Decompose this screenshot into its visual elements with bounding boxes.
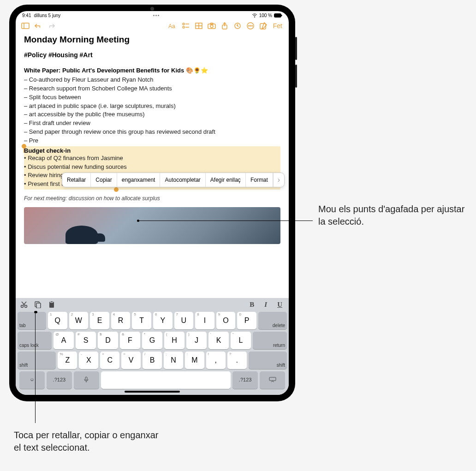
key-o[interactable]: 9O [216,312,236,329]
key-e[interactable]: 3E [90,312,109,329]
table-icon[interactable] [194,21,204,31]
key-j[interactable]: )J [186,332,207,349]
note-line[interactable]: – Split focus between [24,93,280,102]
key-x[interactable]: -X [79,352,98,369]
key-r[interactable]: 4R [111,312,131,329]
key-b[interactable]: /B [143,352,162,369]
italic-button[interactable]: I [262,301,270,309]
status-time: 9:41 [22,13,31,18]
key-s[interactable]: #S [76,332,96,349]
key-return[interactable]: return [253,332,287,349]
context-format[interactable]: Format [246,173,273,187]
keyboard-row-2: caps lock @A #S $D &F *G (H )J 'K "L ret… [18,332,287,349]
key-h[interactable]: (H [164,332,184,349]
note-line[interactable]: – Pre [24,137,280,145]
volume-up-button[interactable] [295,37,297,60]
key-space[interactable] [101,371,231,389]
key-l[interactable]: "L [231,332,251,349]
context-paste[interactable]: enganxament [117,173,161,187]
note-line[interactable]: – Send paper through review once this gr… [24,128,280,137]
note-body[interactable]: Monday Morning Meeting #Policy #Housing … [16,35,289,298]
camera-icon[interactable] [207,21,217,31]
key-u[interactable]: 7U [174,312,194,329]
note-image[interactable] [24,207,280,244]
key-c[interactable]: +C [100,352,119,369]
note-line[interactable]: – Co-authored by Fleur Lasseur and Ryan … [24,76,280,84]
context-cut[interactable]: Retallar [62,173,91,187]
context-more-icon[interactable]: › [273,173,284,187]
note-line[interactable]: – First draft under review [24,119,280,128]
note-footer-line[interactable]: For next meeting: discussion on how to a… [24,195,280,202]
done-button[interactable]: Fet [271,22,284,30]
copy-icon[interactable] [33,300,42,309]
callout-line-1 [137,221,313,221]
key-shift-right[interactable]: shift [249,352,287,369]
volume-down-button[interactable] [295,65,297,88]
key-z[interactable]: %Z [58,352,77,369]
undo-icon[interactable] [33,21,43,31]
key-capslock[interactable]: caps lock [18,332,52,349]
key-comma[interactable]: !, [206,352,226,369]
bold-button[interactable]: B [247,301,257,309]
key-tab[interactable]: tab [18,312,46,329]
multitask-ellipsis-icon[interactable] [151,15,161,16]
new-note-icon[interactable] [258,21,268,31]
key-f[interactable]: &F [120,332,140,349]
home-indicator[interactable] [125,391,180,393]
cut-icon[interactable] [19,300,29,309]
more-icon[interactable] [245,21,256,31]
redo-icon[interactable] [46,21,56,31]
note-tags[interactable]: #Policy #Housing #Art [24,51,280,59]
key-q[interactable]: 1Q [48,312,67,329]
selection-handle-start[interactable] [22,144,26,149]
selection-handle-end[interactable] [114,187,119,192]
key-emoji[interactable]: ☺ [19,371,45,389]
key-i[interactable]: 8I [195,312,214,329]
status-bar: 9:41 dilluns 5 juny 100 % [16,11,289,19]
key-g[interactable]: *G [142,332,162,349]
underline-button[interactable]: U [274,301,285,309]
checklist-icon[interactable] [181,21,191,31]
key-y[interactable]: 6Y [153,312,173,329]
share-icon[interactable] [220,21,230,31]
svg-point-20 [250,25,251,26]
key-dictation[interactable] [74,371,99,389]
key-numbers-left[interactable]: .?123 [47,371,72,389]
key-p[interactable]: 0P [237,312,256,329]
keyboard-row-3: shift %Z -X +C =V /B ;N :M !, ?. shift [18,352,287,369]
note-title[interactable]: Monday Morning Meeting [24,35,280,45]
key-t[interactable]: 5T [132,312,151,329]
key-n[interactable]: ;N [164,352,183,369]
svg-rect-26 [36,303,41,308]
selection-line[interactable]: • Recap of Q2 finances from Jasmine [24,154,280,163]
context-add-link[interactable]: Afegir enllaç [206,173,246,187]
sidebar-toggle-icon[interactable] [20,21,30,31]
note-line[interactable]: – Research support from Schoberl College… [24,84,280,93]
key-numbers-right[interactable]: .?123 [232,371,258,389]
markup-icon[interactable] [232,21,243,31]
selection-line[interactable]: • Discus potential new funding sources [24,163,280,172]
notes-toolbar: Aa Fet [16,19,289,35]
context-copy[interactable]: Copiar [91,173,117,187]
callout-dot [34,311,36,313]
key-w[interactable]: 2W [69,312,89,329]
paste-icon[interactable] [47,300,56,309]
note-line[interactable]: – art placed in public space (i.e. large… [24,102,280,111]
note-line[interactable]: – art accessible by the public (free mus… [24,110,280,119]
context-autocomplete[interactable]: Autocompletar [160,173,205,187]
key-hide-keyboard[interactable] [260,371,285,389]
key-v[interactable]: =V [121,352,141,369]
keyboard-row-4: ☺ .?123 .?123 [18,371,287,389]
key-shift-left[interactable]: shift [18,352,56,369]
key-a[interactable]: @A [54,332,74,349]
keyboard-row-1: tab 1Q 2W 3E 4R 5T 6Y 7U 8I 9O 0P delete [18,312,287,329]
key-k[interactable]: 'K [208,332,229,349]
text-format-icon[interactable]: Aa [168,21,178,31]
key-period[interactable]: ?. [227,352,247,369]
key-delete[interactable]: delete [258,312,287,329]
selection-heading[interactable]: Budget check-in [24,147,280,154]
key-m[interactable]: :M [185,352,204,369]
note-subtitle[interactable]: White Paper: Public Art's Development Be… [24,67,280,74]
keyboard-toolbar: B I U [16,298,289,311]
key-d[interactable]: $D [98,332,118,349]
